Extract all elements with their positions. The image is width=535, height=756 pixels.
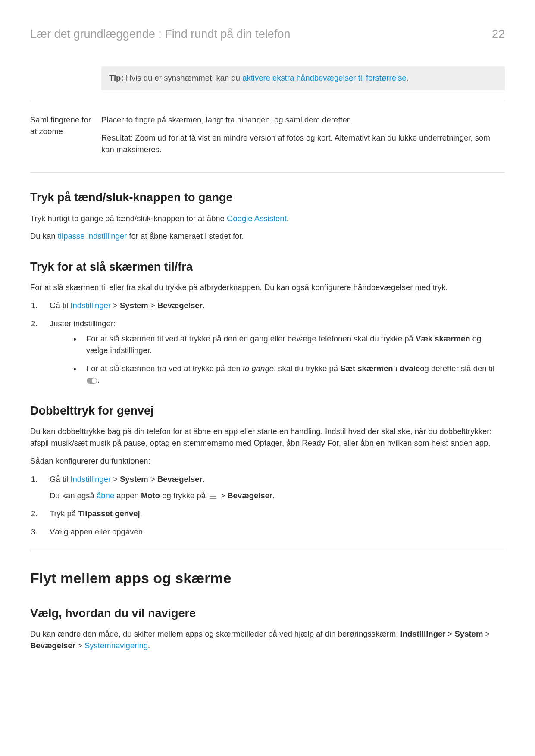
tip-label: Tip: bbox=[109, 73, 124, 82]
breadcrumb: Lær det grundlæggende : Find rundt på di… bbox=[30, 26, 290, 43]
paragraph: Du kan dobbelttrykke bag på din telefon … bbox=[30, 426, 505, 449]
list-item: Gå til Indstillinger > System > Bevægels… bbox=[30, 474, 505, 502]
main-heading: Flyt mellem apps og skærme bbox=[30, 568, 505, 589]
paragraph: Tryk hurtigt to gange på tænd/sluk-knapp… bbox=[30, 213, 505, 225]
page-number: 22 bbox=[492, 26, 505, 43]
paragraph: Du kan ændre den måde, du skifter mellem… bbox=[30, 628, 505, 652]
tip-box: Tip: Hvis du er synshæmmet, kan du aktiv… bbox=[101, 66, 505, 90]
section-heading-tap-screen: Tryk for at slå skærmen til/fra bbox=[30, 259, 505, 275]
customize-settings-link[interactable]: tilpasse indstillinger bbox=[58, 231, 127, 241]
list-item: For at slå skærmen fra ved at trykke på … bbox=[73, 363, 505, 386]
list-item: Vælg appen eller opgaven. bbox=[30, 526, 505, 538]
list-item: Gå til Indstillinger > System > Bevægels… bbox=[30, 300, 505, 312]
tip-link[interactable]: aktivere ekstra håndbevægelser til forst… bbox=[242, 73, 406, 82]
gesture-action: Placer to fingre på skærmen, langt fra h… bbox=[101, 114, 505, 126]
tip-period: . bbox=[407, 73, 409, 82]
numbered-list: Gå til Indstillinger > System > Bevægels… bbox=[30, 300, 505, 386]
paragraph: Du kan tilpasse indstillinger for at åbn… bbox=[30, 231, 505, 242]
gesture-name: Saml fingrene for at zoome bbox=[30, 114, 101, 162]
section-divider bbox=[30, 551, 505, 551]
numbered-list: Gå til Indstillinger > System > Bevægels… bbox=[30, 474, 505, 538]
section-heading-power-button: Tryk på tænd/sluk-knappen to gange bbox=[30, 189, 505, 206]
hamburger-icon bbox=[209, 494, 217, 499]
list-item: For at slå skærmen til ved at trykke på … bbox=[73, 333, 505, 356]
page-header: Lær det grundlæggende : Find rundt på di… bbox=[30, 26, 505, 43]
divider bbox=[30, 172, 505, 173]
gesture-result: Resultat: Zoom ud for at få vist en mind… bbox=[101, 132, 505, 156]
google-assistant-link[interactable]: Google Assistent bbox=[227, 214, 287, 223]
paragraph: For at slå skærmen til eller fra skal du… bbox=[30, 282, 505, 294]
paragraph: Sådan konfigurerer du funktionen: bbox=[30, 456, 505, 467]
list-item: Juster indstillinger: For at slå skærmen… bbox=[30, 318, 505, 386]
settings-link[interactable]: Indstillinger bbox=[70, 475, 111, 484]
paragraph: Du kan også åbne appen Moto og trykke på… bbox=[50, 490, 505, 502]
tip-text: Hvis du er synshæmmet, kan du bbox=[124, 73, 243, 82]
system-navigation-link[interactable]: Systemnavigering bbox=[84, 641, 148, 650]
settings-link[interactable]: Indstillinger bbox=[70, 301, 111, 310]
list-item: Tryk på Tilpasset genvej. bbox=[30, 508, 505, 520]
open-link[interactable]: åbne bbox=[97, 491, 114, 500]
section-heading-navigate: Vælg, hvordan du vil navigere bbox=[30, 605, 505, 622]
gesture-description: Placer to fingre på skærmen, langt fra h… bbox=[101, 114, 505, 162]
bullet-list: For at slå skærmen til ved at trykke på … bbox=[50, 333, 505, 386]
gesture-row: Saml fingrene for at zoome Placer to fin… bbox=[30, 101, 505, 172]
section-heading-double-tap: Dobbelttryk for genvej bbox=[30, 403, 505, 419]
toggle-icon bbox=[87, 378, 97, 384]
